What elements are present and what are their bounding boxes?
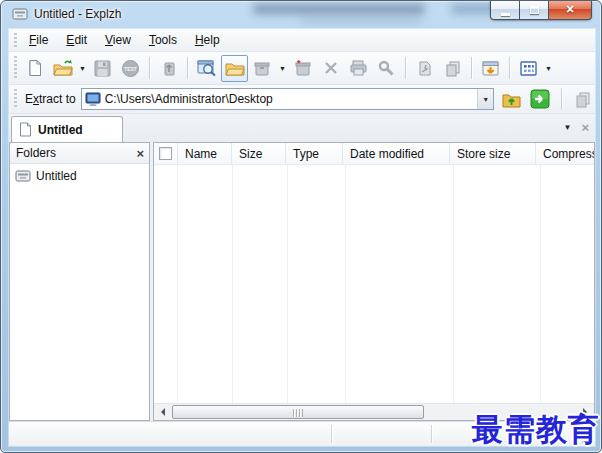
extract-bar: Extract to C:\Users\Administrator\Deskto… bbox=[9, 85, 595, 114]
folders-close-icon[interactable]: × bbox=[136, 147, 144, 160]
menu-file[interactable]: File bbox=[20, 29, 57, 51]
client-area: File Edit View Tools Help bbox=[9, 29, 595, 446]
folders-panel-header: Folders × bbox=[10, 143, 149, 164]
scrollbar-thumb[interactable] bbox=[172, 405, 424, 419]
create-new-archive-button[interactable]: * bbox=[289, 55, 316, 82]
tab-untitled[interactable]: Untitled bbox=[11, 116, 123, 142]
column-gridline bbox=[345, 165, 346, 403]
file-list-body[interactable] bbox=[154, 165, 594, 403]
aero-glass-reflection bbox=[253, 4, 425, 14]
scrollbar-grip bbox=[293, 409, 303, 417]
menu-bar: File Edit View Tools Help bbox=[9, 29, 595, 52]
copy-path-icon bbox=[574, 91, 592, 108]
extract-path-combobox[interactable]: C:\Users\Administrator\Desktop ▼ bbox=[81, 88, 494, 110]
minimize-button[interactable] bbox=[490, 0, 520, 20]
toolbar-separator bbox=[509, 57, 510, 79]
select-all-column[interactable] bbox=[154, 143, 178, 164]
new-archive-icon bbox=[26, 59, 44, 77]
scroll-left-button[interactable] bbox=[154, 404, 171, 420]
open-archive-dropdown[interactable]: ▼ bbox=[77, 55, 88, 82]
view-mode-button[interactable] bbox=[515, 55, 542, 82]
column-compress-ratio[interactable]: Compress ratio bbox=[536, 143, 594, 164]
tab-bar: Untitled ▼ × bbox=[9, 114, 595, 142]
view-mode-icon bbox=[519, 60, 538, 77]
test-archive-button[interactable]: TEST bbox=[117, 55, 144, 82]
extract-path-dropdown[interactable]: ▼ bbox=[477, 89, 493, 109]
delete-button[interactable] bbox=[317, 55, 344, 82]
tab-close-icon[interactable]: × bbox=[581, 121, 589, 134]
new-archive-button[interactable] bbox=[21, 55, 48, 82]
column-gridline bbox=[540, 165, 541, 403]
svg-text:*: * bbox=[297, 59, 301, 68]
test-archive-icon: TEST bbox=[121, 59, 140, 78]
archive-icon bbox=[15, 169, 31, 183]
column-store-size[interactable]: Store size bbox=[450, 143, 536, 164]
maximize-icon bbox=[530, 6, 539, 14]
column-size[interactable]: Size bbox=[232, 143, 286, 164]
toolbar-gripper[interactable] bbox=[14, 33, 17, 47]
copy-button[interactable] bbox=[439, 55, 466, 82]
browse-folder-button[interactable] bbox=[499, 87, 523, 111]
shortcut-button[interactable] bbox=[411, 55, 438, 82]
desktop-location-icon bbox=[85, 92, 101, 106]
column-gridline bbox=[287, 165, 288, 403]
print-button[interactable] bbox=[345, 55, 372, 82]
close-button[interactable]: × bbox=[549, 0, 592, 20]
toolbar-separator bbox=[149, 57, 150, 79]
copy-path-button[interactable] bbox=[571, 87, 595, 111]
extract-path-value[interactable]: C:\Users\Administrator\Desktop bbox=[105, 92, 477, 106]
open-archive-button[interactable] bbox=[49, 55, 76, 82]
add-to-archive-icon bbox=[253, 59, 272, 77]
menu-help[interactable]: Help bbox=[186, 29, 229, 51]
minimize-icon bbox=[501, 13, 510, 16]
app-icon bbox=[12, 6, 28, 22]
open-folder-button[interactable] bbox=[221, 55, 248, 82]
install-button[interactable] bbox=[477, 55, 504, 82]
folders-panel: Folders × Untitled bbox=[9, 142, 150, 421]
menu-view[interactable]: View bbox=[96, 29, 140, 51]
column-type[interactable]: Type bbox=[286, 143, 343, 164]
file-list-header: Name Size Type Date modified Store size … bbox=[154, 143, 594, 165]
browse-folder-icon bbox=[502, 91, 521, 108]
window-controls: × bbox=[490, 0, 592, 20]
save-button[interactable] bbox=[89, 55, 116, 82]
tree-item-label: Untitled bbox=[36, 169, 77, 183]
titlebar[interactable]: Untitled - Explzh × bbox=[1, 1, 601, 29]
properties-button[interactable] bbox=[373, 55, 400, 82]
preview-icon bbox=[197, 59, 217, 77]
tree-item-untitled[interactable]: Untitled bbox=[10, 164, 149, 183]
close-icon: × bbox=[566, 2, 574, 16]
toolbar-gripper[interactable] bbox=[14, 56, 17, 80]
maximize-button[interactable] bbox=[520, 0, 549, 20]
select-all-checkbox[interactable] bbox=[159, 147, 172, 160]
add-to-archive-button[interactable] bbox=[249, 55, 276, 82]
menu-tools[interactable]: Tools bbox=[140, 29, 186, 51]
status-divider bbox=[331, 425, 332, 443]
install-icon bbox=[481, 60, 500, 77]
toolbar-gripper[interactable] bbox=[14, 89, 17, 109]
column-date-modified[interactable]: Date modified bbox=[343, 143, 450, 164]
properties-icon bbox=[378, 60, 395, 77]
view-mode-dropdown[interactable]: ▼ bbox=[543, 55, 554, 82]
add-to-archive-dropdown[interactable]: ▼ bbox=[277, 55, 288, 82]
tab-list-dropdown[interactable]: ▼ bbox=[563, 123, 571, 132]
svg-text:TEST: TEST bbox=[124, 65, 137, 71]
preview-button[interactable] bbox=[193, 55, 220, 82]
open-archive-icon bbox=[53, 59, 73, 77]
copy-icon bbox=[444, 60, 462, 77]
file-list-panel: Name Size Type Date modified Store size … bbox=[153, 142, 595, 421]
shortcut-icon bbox=[416, 60, 434, 77]
extract-to-label: Extract to bbox=[25, 92, 76, 106]
window-title: Untitled - Explzh bbox=[34, 7, 121, 21]
menu-edit[interactable]: Edit bbox=[57, 29, 96, 51]
extract-icon bbox=[160, 59, 178, 77]
column-name[interactable]: Name bbox=[178, 143, 232, 164]
extract-go-button[interactable] bbox=[528, 87, 552, 111]
open-folder-icon bbox=[225, 59, 245, 77]
toolbar-separator bbox=[405, 57, 406, 79]
column-gridline bbox=[232, 165, 233, 403]
main-toolbar: ▼ TEST bbox=[9, 52, 595, 85]
extract-button[interactable] bbox=[155, 55, 182, 82]
explzh-window: Untitled - Explzh × File Edit View Tools… bbox=[0, 0, 602, 453]
triangle-left-icon bbox=[157, 408, 165, 416]
